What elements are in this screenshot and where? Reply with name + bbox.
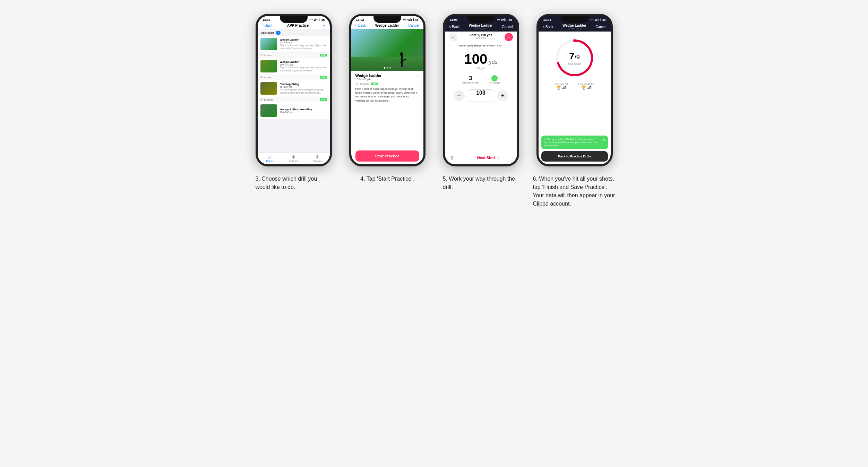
caption-4: 6. When you've hit all your shots, tap '… [533, 175, 616, 208]
cancel-button-2[interactable]: Cancel [408, 24, 419, 27]
nav-title-4: Wedge Ladder [562, 24, 586, 27]
image-dots [384, 67, 391, 69]
page-container: 13:02 ▪▪▪ WiFi 46 < Back APP Practice ≡ [252, 14, 616, 208]
stats-row: 3 Difference (yds) ✓ Hit Target [445, 73, 517, 86]
start-practice-button[interactable]: Start Practice [355, 150, 419, 162]
phone-column-1: 13:02 ▪▪▪ WiFi 46 < Back APP Practice ≡ [252, 14, 335, 191]
next-shot-arrow-btn[interactable]: → [505, 33, 513, 41]
drill-shots-2: ◷ 9 shots APP [355, 82, 419, 86]
shots-info-2: ◷ 9 shots [260, 76, 272, 79]
dot-1 [384, 67, 385, 69]
wifi-icon-2: WiFi [407, 18, 414, 21]
drill-desc-3: Hit 1 shot at each of the 10 target dist… [280, 88, 327, 94]
difference-stat: 3 Difference (yds) [462, 75, 479, 84]
phone-notch-1 [280, 16, 308, 23]
target-unit: yds [489, 59, 498, 65]
trash-icon: 🗑 [450, 155, 454, 160]
wifi-icon: WiFi [314, 18, 320, 21]
shot-content: ← Shot 1, 100 yds Score 5/9 → Enter carr… [445, 32, 517, 164]
back-button-2[interactable]: < Back [355, 24, 366, 27]
nav-home-label: Home [266, 160, 273, 162]
drill-desc-2: Play 1 shot at each target yardage. If y… [280, 66, 327, 72]
phone-screen-3: 13:03 ▪▪▪ WiFi 46 < Back Wedge Ladder 06… [445, 16, 517, 164]
shots-label-2: 9 shots [264, 76, 272, 79]
app-badge-drill: APP [371, 83, 378, 85]
time-2: 13:02 [356, 18, 364, 21]
shot-footer: 🗑 Next Shot → [445, 151, 517, 164]
nav-sub-3: 06 Mar 2023 [469, 27, 493, 30]
capture-icon: ⊕ [316, 154, 320, 159]
spacer-3 [445, 105, 517, 151]
drill-image-2 [351, 29, 423, 71]
difference-label: Difference (yds) [462, 81, 479, 84]
hit-target-stat: ✓ Hit Target [489, 75, 500, 84]
grass-bg [351, 57, 423, 71]
drill-thumb-4 [260, 104, 277, 117]
drill-yds-2: 100–140 yds [280, 63, 327, 66]
cancel-button-4[interactable]: Cancel [595, 25, 606, 29]
distance-input[interactable]: 103 [469, 89, 493, 102]
phone-frame-3: 13:03 ▪▪▪ WiFi 46 < Back Wedge Ladder 06… [443, 14, 519, 166]
delete-button[interactable]: 🗑 [445, 151, 460, 164]
prev-pb-number: -/9 [562, 86, 567, 90]
drill-item-4[interactable]: Wedge & Short Iron Play 100–140 yds [258, 102, 330, 119]
clock-icon-2: ◷ [260, 76, 263, 79]
bottom-nav-1: ⌂ Home ◈ Activities ⊕ Capture [258, 152, 330, 164]
drill-title-2: Wedge Ladder [280, 60, 327, 63]
phone-column-4: 13:03 ▪▪▪ WiFi 46 < Back Wedge Ladder 06… [533, 14, 616, 208]
target-display: 100 yds Target [445, 49, 517, 73]
drill-description-2: Play 1 shot at each target yardage. If y… [355, 87, 419, 103]
status-icons-1: ▪▪▪ WiFi 46 [309, 18, 325, 21]
nav-capture[interactable]: ⊕ Capture [306, 154, 329, 162]
nav-home[interactable]: ⌂ Home [258, 154, 282, 162]
toast-close-btn[interactable]: ✕ [602, 138, 605, 142]
back-button-1[interactable]: < Back [262, 24, 273, 27]
wifi-icon-3: WiFi [501, 18, 508, 21]
score-slash: /9 [575, 54, 580, 61]
shots-count-2: 9 shots [360, 83, 369, 86]
phone-frame-4: 13:03 ▪▪▪ WiFi 46 < Back Wedge Ladder 06… [536, 14, 613, 166]
spacer-4 [539, 93, 611, 136]
back-to-drills-button[interactable]: Back to Practice Drills [541, 151, 608, 162]
decrement-button[interactable]: − [454, 90, 465, 101]
score-value: 7 [569, 51, 575, 61]
back-button-3[interactable]: < Back [449, 25, 460, 29]
section-header: Approach 7 [258, 29, 330, 36]
shots-label-1: 9 shots [264, 54, 272, 57]
phone-frame-1: 13:02 ▪▪▪ WiFi 46 < Back APP Practice ≡ [256, 14, 332, 166]
app-badge-1: APP [320, 54, 327, 57]
app-badge-2: APP [320, 76, 327, 79]
phone-column-3: 13:03 ▪▪▪ WiFi 46 < Back Wedge Ladder 06… [439, 14, 523, 191]
status-icons-4: ▪▪▪ WiFi 46 [590, 18, 606, 21]
time-4: 13:03 [543, 18, 551, 21]
target-label: Target [448, 67, 514, 70]
clock-icon-3: ◷ [260, 98, 263, 101]
menu-icon-1[interactable]: ≡ [324, 24, 326, 27]
time-1: 13:02 [263, 18, 270, 21]
section-count: 7 [276, 31, 281, 35]
input-row: − 103 + [445, 86, 517, 105]
drill-yds-3: 55–100 yds [280, 86, 327, 88]
drill-item-3[interactable]: Pitching String 55–100 yds Hit 1 shot at… [258, 80, 330, 97]
nav-bar-2: < Back Wedge Ladder Cancel [351, 22, 423, 29]
next-shot-button[interactable]: Next Shot → [460, 152, 517, 164]
prev-shot-btn[interactable]: ← [449, 33, 457, 41]
nav-bar-4: < Back Wedge Ladder 06 Mar 2023 Cancel [539, 22, 611, 32]
battery-icon-3: 46 [508, 18, 512, 21]
cancel-button-3[interactable]: Cancel [502, 25, 513, 29]
drill-item-1[interactable]: Wedge Ladder 50–100 yds Play 1 shot at e… [258, 36, 330, 52]
bookmark-icon-2[interactable]: ☆ [415, 73, 419, 78]
activities-icon: ◈ [292, 154, 295, 159]
nav-title-block-3: Wedge Ladder 06 Mar 2023 [469, 24, 493, 30]
drill-range-2: 100–140 yds [355, 78, 382, 81]
drill-item-2[interactable]: Wedge Ladder 100–140 yds Play 1 shot at … [258, 58, 330, 75]
nav-bar-3: < Back Wedge Ladder 06 Mar 2023 Cancel [445, 22, 517, 32]
nav-activities[interactable]: ◈ Activities [282, 154, 306, 162]
drill-yds-4: 100–140 yds [280, 111, 327, 113]
increment-button[interactable]: + [497, 90, 508, 101]
practice-screen: Approach 7 Wedge Ladder 50–100 yds Play … [258, 29, 330, 152]
battery-icon-4: 46 [602, 18, 605, 21]
shots-info-1: ◷ 9 shots [260, 54, 272, 57]
back-button-4[interactable]: < Back [543, 25, 553, 29]
hit-target-icon: ✓ [491, 75, 498, 81]
